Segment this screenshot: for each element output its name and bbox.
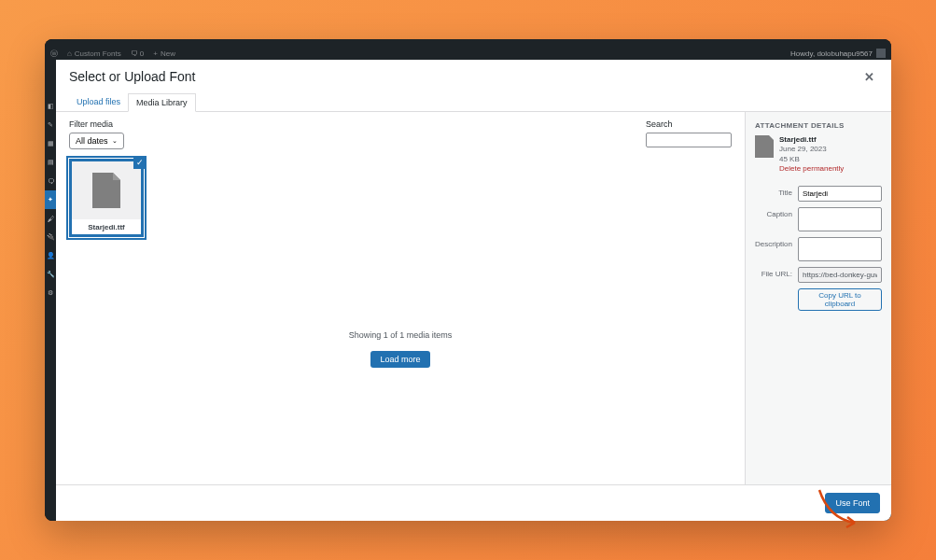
- sidebar-settings-icon[interactable]: ⚙: [45, 284, 56, 302]
- chevron-down-icon: ⌄: [112, 137, 118, 145]
- caption-field-label: Caption: [755, 207, 792, 218]
- new-content-link[interactable]: + New: [153, 49, 175, 58]
- sidebar-dashboard-icon[interactable]: ◧: [45, 97, 56, 116]
- site-name-link[interactable]: ⌂ Custom Fonts: [67, 49, 121, 58]
- tab-media-library[interactable]: Media Library: [128, 93, 196, 112]
- media-item-name: Starjedi.ttf: [72, 219, 141, 235]
- attachment-details-pane: ATTACHMENT DETAILS Starjedi.ttf June 29,…: [745, 112, 891, 484]
- wp-admin-sidebar: ◧ ✎ ▦ ▤ 🗨 ✦ 🖌 🔌 👤 🔧 ⚙: [45, 60, 56, 521]
- file-url-label: File URL:: [755, 267, 792, 278]
- attachment-size: 45 KB: [779, 155, 844, 164]
- tab-upload-files[interactable]: Upload files: [69, 93, 128, 111]
- search-label: Search: [646, 119, 673, 129]
- check-icon: ✓: [133, 156, 147, 169]
- new-label: New: [161, 49, 175, 58]
- sidebar-comments-icon[interactable]: 🗨: [45, 172, 56, 190]
- wp-logo-icon[interactable]: ⓦ: [50, 49, 58, 59]
- media-modal: Select or Upload Font ✕ Upload files Med…: [56, 60, 891, 521]
- sidebar-pages-icon[interactable]: ▤: [45, 153, 56, 172]
- home-icon: ⌂: [67, 49, 72, 58]
- site-name-text: Custom Fonts: [75, 49, 121, 58]
- file-icon: [92, 173, 120, 208]
- file-icon: [755, 135, 774, 158]
- browser-window: ⓦ ⌂ Custom Fonts 🗨 0 + New Howdy, dolobu…: [45, 39, 891, 521]
- use-font-button[interactable]: Use Font: [825, 493, 880, 513]
- delete-permanently-link[interactable]: Delete permanently: [779, 164, 844, 174]
- filter-media-label: Filter media: [69, 119, 124, 129]
- media-item-selected[interactable]: ✓ Starjedi.ttf: [69, 159, 144, 237]
- comments-link[interactable]: 🗨 0: [131, 49, 145, 58]
- title-input[interactable]: [798, 186, 882, 202]
- media-count-status: Showing 1 of 1 media items: [69, 330, 732, 340]
- copy-url-button[interactable]: Copy URL to clipboard: [798, 288, 882, 311]
- sidebar-plugins-icon[interactable]: 🔌: [45, 228, 56, 246]
- attachment-date: June 29, 2023: [779, 145, 844, 154]
- modal-title: Select or Upload Font: [69, 69, 195, 84]
- avatar-icon[interactable]: [876, 49, 886, 58]
- sidebar-media-icon[interactable]: ▦: [45, 134, 56, 153]
- wp-adminbar: ⓦ ⌂ Custom Fonts 🗨 0 + New Howdy, dolobu…: [45, 47, 891, 60]
- date-filter-select[interactable]: All dates ⌄: [69, 133, 124, 149]
- plus-icon: +: [153, 49, 158, 58]
- sidebar-fonts-icon[interactable]: ✦: [45, 190, 56, 209]
- description-textarea[interactable]: [798, 237, 882, 261]
- howdy-text[interactable]: Howdy, dolobuhapu9567: [790, 49, 873, 58]
- title-field-label: Title: [755, 186, 792, 197]
- search-input[interactable]: [646, 133, 732, 147]
- sidebar-users-icon[interactable]: 👤: [45, 246, 56, 265]
- file-url-input[interactable]: [798, 267, 882, 283]
- sidebar-appearance-icon[interactable]: 🖌: [45, 209, 56, 228]
- browser-chrome: [45, 39, 891, 47]
- sidebar-tools-icon[interactable]: 🔧: [45, 265, 56, 284]
- description-field-label: Description: [755, 237, 792, 248]
- attachment-filename: Starjedi.ttf: [779, 135, 844, 145]
- close-icon[interactable]: ✕: [864, 70, 878, 84]
- caption-textarea[interactable]: [798, 207, 882, 231]
- modal-tabs: Upload files Media Library: [56, 93, 891, 112]
- sidebar-posts-icon[interactable]: ✎: [45, 116, 56, 134]
- filter-value-text: All dates: [76, 136, 108, 146]
- details-heading: ATTACHMENT DETAILS: [755, 121, 882, 130]
- load-more-button[interactable]: Load more: [370, 351, 429, 368]
